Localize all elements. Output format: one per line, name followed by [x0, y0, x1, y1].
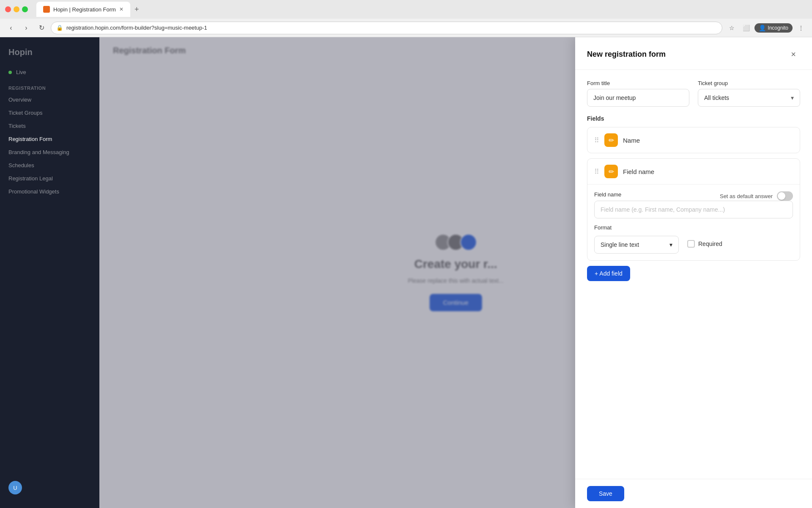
sidebar: Hopin Live Registration Overview Ticket …: [0, 37, 99, 508]
sidebar-item-label: Registration Form: [8, 136, 52, 142]
sidebar-item-ticket-groups[interactable]: Ticket Groups: [0, 106, 99, 119]
forward-button[interactable]: ›: [20, 22, 32, 34]
sidebar-item-label: Registration Legal: [8, 175, 53, 182]
field-card-fieldname: ⠿ ✏ Field name Field name Set as default…: [587, 158, 800, 261]
form-title-group: Form title: [587, 80, 689, 107]
default-answer-toggle[interactable]: [777, 191, 793, 201]
fields-section-label: Fields: [587, 115, 800, 122]
field-type-icon: ✏: [604, 133, 618, 147]
sidebar-item-tickets[interactable]: Tickets: [0, 119, 99, 133]
sidebar-item-overview[interactable]: Overview: [0, 93, 99, 106]
sidebar-nav: Overview Ticket Groups Tickets Registrat…: [0, 93, 99, 198]
format-select[interactable]: Single line text ▾: [594, 236, 679, 254]
ticket-group-label: Ticket group: [698, 80, 800, 86]
field-name-row: Field name Set as default answer: [594, 191, 793, 201]
logo-text: Hopin: [8, 47, 91, 57]
default-answer-col: Set as default answer: [720, 191, 793, 201]
sidebar-item-label: Schedules: [8, 162, 34, 168]
tab-bar: Hopin | Registration Form ✕ +: [36, 2, 143, 17]
field-name-title-2: Field name: [623, 168, 654, 175]
toggle-thumb: [778, 192, 785, 200]
page-content: Registration Form Create your r... Pleas…: [99, 37, 812, 508]
field-card-name-header: ⠿ ✏ Name: [587, 127, 800, 153]
form-title-input[interactable]: [587, 89, 689, 107]
drag-handle-icon[interactable]: ⠿: [594, 136, 599, 144]
active-tab[interactable]: Hopin | Registration Form ✕: [36, 2, 130, 17]
chevron-down-icon-format: ▾: [669, 241, 672, 248]
main-area: Hopin Live Registration Overview Ticket …: [0, 37, 812, 508]
ticket-group-group: Ticket group All tickets ▾: [698, 80, 800, 107]
field-name-input-label: Field name: [594, 191, 711, 198]
modal-close-button[interactable]: ×: [787, 47, 800, 61]
format-label: Format: [594, 224, 679, 231]
back-button[interactable]: ‹: [5, 22, 17, 34]
sidebar-item-label: Ticket Groups: [8, 110, 42, 116]
menu-button[interactable]: ⋮: [795, 22, 807, 34]
drag-handle-icon-2[interactable]: ⠿: [594, 168, 599, 176]
modal-title: New registration form: [587, 50, 666, 59]
tab-close-button[interactable]: ✕: [119, 6, 123, 12]
address-bar[interactable]: 🔒 registration.hopin.com/form-builder?sl…: [51, 22, 722, 34]
browser-titlebar: Hopin | Registration Form ✕ +: [0, 0, 812, 19]
form-title-row: Form title Ticket group All tickets ▾: [587, 80, 800, 107]
incognito-label: Incognito: [768, 25, 788, 31]
tab-title: Hopin | Registration Form: [53, 6, 116, 13]
required-checkbox[interactable]: [687, 240, 695, 248]
sidebar-item-registration-legal[interactable]: Registration Legal: [0, 172, 99, 185]
required-group: Required: [687, 240, 722, 248]
form-title-label: Form title: [587, 80, 689, 86]
traffic-lights: [5, 6, 28, 12]
extension-button[interactable]: ⬜: [740, 22, 752, 34]
sidebar-item-label: Tickets: [8, 123, 26, 129]
modal-panel: New registration form × Form title Ticke…: [575, 37, 812, 508]
add-field-button[interactable]: + Add field: [587, 266, 630, 281]
ticket-group-value: All tickets: [704, 94, 729, 101]
field-card-fieldname-header: ⠿ ✏ Field name: [587, 159, 800, 184]
sidebar-item-label: Promotional Widgets: [8, 188, 59, 195]
modal-body: Form title Ticket group All tickets ▾ Fi…: [575, 70, 812, 479]
browser-chrome: Hopin | Registration Form ✕ + ‹ › ↻ 🔒 re…: [0, 0, 812, 37]
modal-header: New registration form ×: [575, 37, 812, 70]
minimize-window-button[interactable]: [14, 6, 19, 12]
reload-button[interactable]: ↻: [36, 22, 47, 34]
browser-actions: ☆ ⬜ 👤 Incognito ⋮: [726, 22, 807, 34]
modal-footer: Save: [575, 479, 812, 508]
url-text: registration.hopin.com/form-builder?slug…: [66, 25, 207, 31]
field-name-input[interactable]: [594, 201, 793, 218]
sidebar-item-label: Overview: [8, 97, 31, 103]
maximize-window-button[interactable]: [22, 6, 28, 12]
browser-toolbar: ‹ › ↻ 🔒 registration.hopin.com/form-buil…: [0, 19, 812, 37]
sidebar-item-schedules[interactable]: Schedules: [0, 159, 99, 172]
format-value: Single line text: [601, 241, 639, 248]
sidebar-live-label: Live: [16, 69, 26, 75]
sidebar-section-registration-title: Registration: [0, 79, 99, 93]
chevron-down-icon: ▾: [791, 94, 794, 101]
sidebar-item-live[interactable]: Live: [0, 66, 99, 79]
format-row: Format Single line text ▾ Required: [594, 224, 793, 254]
sidebar-logo: Hopin: [0, 44, 99, 66]
field-name-title: Name: [623, 137, 640, 144]
field-card-body: Field name Set as default answer: [587, 184, 800, 260]
close-window-button[interactable]: [5, 6, 11, 12]
add-field-label: + Add field: [595, 270, 623, 277]
required-label: Required: [698, 240, 722, 247]
user-avatar[interactable]: U: [8, 481, 22, 494]
sidebar-item-promo-widgets[interactable]: Promotional Widgets: [0, 185, 99, 198]
ticket-group-select[interactable]: All tickets ▾: [698, 89, 800, 107]
live-dot-icon: [8, 71, 12, 74]
field-type-icon-2: ✏: [604, 165, 618, 178]
format-group: Format Single line text ▾: [594, 224, 679, 254]
incognito-badge: 👤 Incognito: [754, 23, 793, 33]
field-name-col: Field name: [594, 191, 711, 201]
save-button[interactable]: Save: [587, 486, 624, 501]
sidebar-item-label: Branding and Messaging: [8, 149, 69, 155]
field-card-name: ⠿ ✏ Name: [587, 127, 800, 153]
new-tab-button[interactable]: +: [130, 3, 143, 17]
bookmark-button[interactable]: ☆: [726, 22, 738, 34]
sidebar-bottom: U: [0, 474, 99, 501]
sidebar-item-branding[interactable]: Branding and Messaging: [0, 146, 99, 159]
sidebar-item-registration-form[interactable]: Registration Form: [0, 133, 99, 146]
tab-favicon: [43, 6, 50, 13]
default-answer-label: Set as default answer: [720, 193, 773, 199]
